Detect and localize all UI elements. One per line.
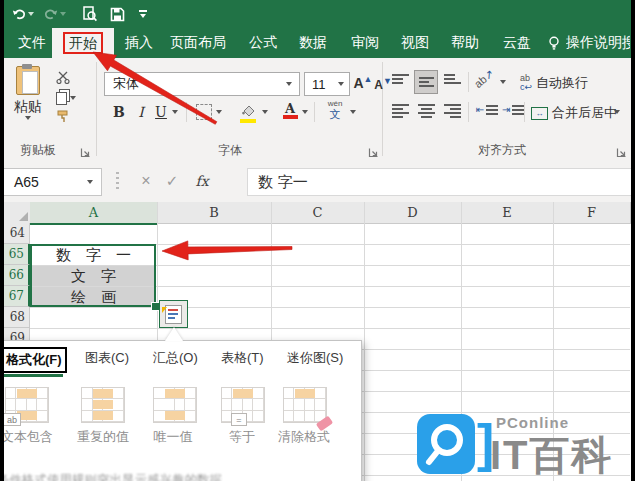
lightbulb-icon [548,36,560,51]
print-preview-button[interactable] [78,5,100,23]
phonetic-dropdown-icon[interactable] [350,110,356,114]
copy-dropdown-icon[interactable] [70,96,76,100]
italic-button[interactable]: I [134,102,148,122]
enter-button[interactable]: ✓ [162,169,182,193]
font-size-dropdown-icon[interactable] [338,82,344,86]
borders-button[interactable] [196,104,212,120]
tab-cloud[interactable]: 云盘 [500,28,534,58]
borders-dropdown-icon[interactable] [216,110,222,114]
qa-tab-sparklines[interactable]: 迷你图(S) [287,347,343,369]
format-painter-button[interactable] [56,110,86,126]
cut-button[interactable] [56,70,86,86]
redo-button[interactable] [44,5,66,23]
fill-color-button[interactable] [240,103,258,121]
align-left-button[interactable] [392,104,409,118]
paste-dropdown-icon[interactable] [25,116,31,120]
phonetic-bottom-label: 文 [324,108,346,120]
grow-font-button[interactable]: A ▲ [354,74,372,92]
formula-input[interactable]: 数 字一 [247,168,632,196]
column-header-F[interactable]: F [553,202,631,224]
tab-data[interactable]: 数据 [296,28,330,58]
font-dialog-launcher[interactable] [368,144,379,155]
orientation-dropdown-icon[interactable] [500,80,506,84]
tab-page-layout[interactable]: 页面布局 [166,28,230,58]
tell-me-label: 操作说明搜索 [566,34,630,52]
undo-button[interactable] [12,5,34,23]
decrease-indent-button[interactable]: ⇤ [476,104,498,115]
qa-tab-charts[interactable]: 图表(C) [85,347,129,369]
redo-dropdown-icon[interactable] [60,12,66,16]
phonetic-guide-button[interactable]: wén 文 [324,100,346,124]
row-header-64[interactable]: 64 [4,223,30,244]
formula-value: 数 字一 [248,173,308,192]
fill-color-dropdown-icon[interactable] [262,110,268,114]
watermark-title: IT百科 [490,428,614,481]
row-header-67[interactable]: 67 [4,286,30,307]
font-name-dropdown-icon[interactable] [286,82,292,86]
font-name-combo[interactable]: 宋体 [104,72,300,96]
align-right-button[interactable] [444,104,461,118]
bottom-align-button[interactable] [444,74,461,84]
row-header-65[interactable]: 65 [4,244,30,265]
row-header-68[interactable]: 68 [4,307,30,328]
wrap-text-button[interactable]: abc↩ 自动换行 [520,74,588,92]
font-color-dropdown-icon[interactable] [302,110,308,114]
qa-item-equals-icon[interactable]: = [221,387,265,423]
tab-file[interactable]: 文件 [12,28,52,58]
popup-notch [165,327,183,341]
qa-item-duplicate-values-icon[interactable] [81,387,125,423]
merge-center-button[interactable]: ↔ 合并后居中 [531,104,617,122]
column-header-C[interactable]: C [271,202,365,224]
column-header-D[interactable]: D [364,202,462,224]
customize-toolbar-button[interactable] [132,5,154,23]
paste-button[interactable]: 粘贴 [10,66,46,124]
bold-button[interactable]: B [110,102,128,122]
insert-function-button[interactable]: fx [190,169,214,193]
bold-letter: B [113,104,125,120]
tab-help[interactable]: 帮助 [448,28,482,58]
qa-tab-formatting[interactable]: 格式化(F) [1,347,67,373]
column-header-A[interactable]: A [30,202,158,225]
cancel-button[interactable]: × [136,169,156,193]
shrink-font-button[interactable]: A ▼ [374,76,392,94]
select-all-corner[interactable] [4,202,31,224]
column-header-E[interactable]: E [461,202,554,224]
top-align-button[interactable] [392,74,409,84]
increase-indent-button[interactable]: ⇥ [502,104,524,115]
clipboard-dialog-launcher[interactable] [80,144,91,155]
tab-home[interactable]: 开始 [63,32,103,54]
middle-align-button[interactable] [414,70,438,94]
tab-insert[interactable]: 插入 [122,28,156,58]
merge-center-dropdown-icon[interactable] [614,110,620,114]
tab-file-label: 文件 [18,34,46,52]
quick-analysis-button[interactable] [159,300,188,328]
underline-dropdown-icon[interactable] [172,110,178,114]
undo-dropdown-icon[interactable] [28,12,34,16]
font-size-combo[interactable]: 11 [304,72,350,96]
qa-item-text-contains-icon[interactable]: ab [5,387,49,423]
align-center-button[interactable] [418,104,435,118]
save-button[interactable] [106,5,128,23]
alignment-dialog-launcher[interactable] [616,144,627,155]
tell-me-bulb[interactable] [546,28,562,58]
qa-item-unique-values-icon[interactable] [153,387,197,423]
row-header-66[interactable]: 66 [4,265,30,286]
tab-view[interactable]: 视图 [398,28,432,58]
underline-button[interactable]: U [154,102,168,122]
tab-review[interactable]: 审阅 [348,28,382,58]
formula-bar-grip[interactable] [116,172,119,190]
tell-me-search[interactable]: 操作说明搜索 [566,28,630,58]
qa-tab-tables[interactable]: 表格(T) [221,347,264,369]
copy-button[interactable] [56,90,90,106]
column-header-B[interactable]: B [157,202,272,224]
fill-bucket-icon [240,105,256,117]
gridline [30,307,630,308]
name-box[interactable]: A65 [3,168,102,196]
name-box-dropdown-icon[interactable] [87,180,93,184]
tab-formulas[interactable]: 公式 [246,28,280,58]
merge-center-label: 合并后居中 [552,104,617,122]
qa-tab-totals[interactable]: 汇总(O) [153,347,198,369]
qa-item-clear-format-icon[interactable] [283,387,327,423]
tab-help-label: 帮助 [451,34,479,52]
font-color-button[interactable]: A [282,102,298,120]
